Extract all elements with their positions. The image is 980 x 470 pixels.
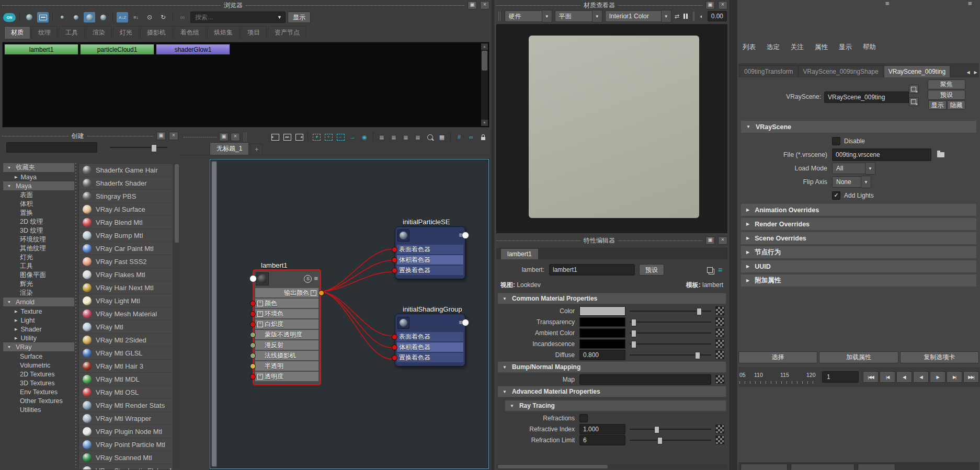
node-select-port[interactable] [249,275,257,282]
dropdown-arrow-icon[interactable]: ▼ [542,10,552,22]
refractive-index-field[interactable]: 1.000 [579,424,625,434]
scroll-up-icon[interactable]: ▲ [481,43,488,50]
exposure-value[interactable]: 0.00 [708,11,727,21]
playback-transport-button[interactable]: ▶▶| [963,371,979,383]
exposure-icon[interactable]: ◐ [699,12,704,21]
material-list-item[interactable]: VRay Mtl Wrapper [79,412,173,425]
node-header[interactable]: ≡ [395,227,465,244]
tree-item[interactable]: Env Textures [3,387,74,396]
dropdown-arrow-icon[interactable]: ▼ [662,10,671,22]
flip-axis-dropdown[interactable]: None ▼ [832,176,871,188]
map-button-icon[interactable] [715,306,724,315]
footer-button[interactable]: 选择 [738,351,817,363]
presets-button[interactable]: 预设 [928,90,965,100]
float-panel-button[interactable]: ▣ [705,236,715,245]
map-button-icon[interactable] [715,350,724,359]
map-button-icon[interactable] [715,435,724,444]
material-list-item[interactable]: VRay Al Surface [79,203,173,216]
swatch-size-slider[interactable] [110,144,167,151]
tree-item[interactable]: 3D 纹理 [3,226,74,235]
node-attr-row[interactable]: 体积着色器 [397,342,463,352]
material-list-item[interactable]: VRay Flakes Mtl [79,268,173,281]
add-lights-checkbox[interactable]: ✓ [832,191,840,200]
material-list-item[interactable]: VRay Hair Next Mtl [79,281,173,294]
input-port[interactable] [392,257,397,263]
sort-alphabetical-icon[interactable]: A↓Z [117,12,128,22]
map-button-icon[interactable] [715,317,724,326]
add-graph-tab-button[interactable]: + [250,144,263,155]
material-tab[interactable]: lambert1 [500,248,539,259]
node-header[interactable]: S ≡ [254,270,320,287]
section-vrayscene[interactable]: VRayScene [740,120,977,133]
node-tab[interactable]: 009tingTransform [739,65,798,77]
browser-tab[interactable]: 材质 [4,26,30,39]
sort-reverse-icon[interactable]: ≡↓ [130,12,142,22]
menu-item[interactable]: 属性 [815,43,828,52]
swatch-size-xlarge-icon[interactable] [97,12,109,22]
dropdown-arrow-icon[interactable]: ▼ [865,162,875,175]
node-select-port[interactable] [462,232,469,239]
material-list-item[interactable]: VRay Blend Mtl [79,216,173,229]
material-sphere-view-icon[interactable] [24,12,35,22]
renderer-dropdown[interactable]: 硬件 ▼ [505,10,552,22]
lock-editor-icon[interactable] [478,132,488,142]
node-name-field[interactable]: lambert1 [549,264,635,276]
map-button-icon[interactable] [715,425,724,433]
browser-tab[interactable]: 项目 [241,26,267,39]
input-port[interactable] [250,301,256,306]
input-port[interactable] [392,355,397,361]
range-slider-ticks[interactable]: 05 110 115 120 [739,370,818,384]
connect-on-drop-icon[interactable]: → [347,132,358,142]
tree-item[interactable]: Maya [3,181,74,190]
toolbar-grip[interactable] [498,12,500,21]
display-full-mode-icon[interactable]: ≡ [401,132,411,142]
float-panel-button[interactable]: ▣ [468,1,477,9]
input-port[interactable] [250,332,256,338]
tree-item[interactable]: Utility [3,334,74,342]
material-viewer-titlebar[interactable]: 材质查看器 ▣ × [494,0,730,9]
ambient-color-swatch[interactable] [579,328,625,338]
browser-tab[interactable]: 资产节点 [268,26,306,39]
add-selected-nodes-icon[interactable]: ✦ [311,132,322,142]
tree-item[interactable]: 其他纹理 [3,244,74,253]
node-attr-row[interactable]: + 蒙版不透明度 [255,330,318,339]
input-port[interactable] [250,342,256,348]
input-port[interactable] [392,345,397,350]
tree-item[interactable]: 3D Textures [3,379,74,387]
tree-item[interactable]: 灯光 [3,253,74,262]
input-port[interactable] [392,268,397,273]
playback-transport-button[interactable]: ◀| [896,371,912,383]
diffuse-slider[interactable] [630,351,711,359]
color-swatch[interactable] [579,306,625,316]
browser-titlebar[interactable]: 浏览器 ▣ × [0,0,492,9]
collapsed-section-header[interactable]: 附加属性 [740,274,977,287]
material-preview-viewport[interactable] [496,24,727,233]
display-connected-mode-icon[interactable]: ≡ [389,132,399,142]
playback-transport-button[interactable]: |◀◀ [863,371,879,383]
tree-item[interactable]: Light [3,316,74,325]
node-select-port[interactable] [462,319,469,326]
browser-tab[interactable]: 渲染 [86,26,112,39]
search-icon[interactable] [425,132,435,142]
sort-by-time-icon[interactable]: ⊙ [144,12,155,22]
collapsed-section-header[interactable]: 节点行为 [740,246,977,259]
expand-plug-icon[interactable]: + [257,322,263,327]
horizontal-scrollbar[interactable] [496,464,727,469]
swap-node-up-icon[interactable] [909,85,919,94]
node-attr-row[interactable]: + 半透明 [255,361,318,371]
material-list-item[interactable]: VRay Mtl [79,320,173,334]
map-button-icon[interactable] [715,339,724,348]
presets-button[interactable]: 预设 [639,264,664,276]
display-simple-mode-icon[interactable]: ≡ [377,132,387,142]
collapsed-section-header[interactable]: Render Overrides [740,217,977,231]
node-attr-row[interactable]: + 颜色 [255,299,318,308]
material-list-item[interactable]: VRay Mtl MDL [79,373,173,386]
tree-item[interactable]: Shader [3,325,74,334]
browser-tab[interactable]: 烘焙集 [207,26,240,39]
show-list-icon[interactable]: ≡ [715,265,725,274]
menu-item[interactable]: 列表 [743,43,756,52]
graph-all-connections-icon[interactable]: ▸▸ [282,132,292,142]
material-list-item[interactable]: VRay Mtl 2Sided [79,334,173,347]
playback-transport-button[interactable]: ◀ [913,371,929,383]
map-button-icon[interactable] [715,328,724,337]
